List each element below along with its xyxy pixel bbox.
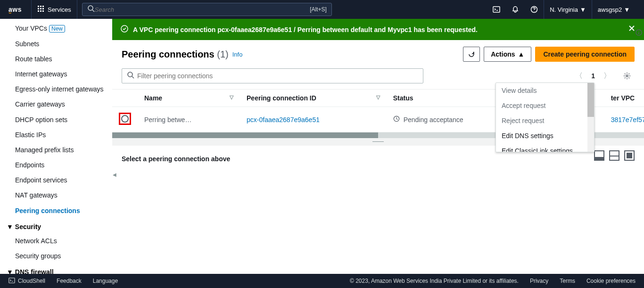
- aws-logo[interactable]: aws ⌣: [8, 5, 22, 14]
- layout-split-button[interactable]: [609, 150, 619, 161]
- close-banner-button[interactable]: [628, 25, 636, 34]
- table-settings-button[interactable]: [619, 68, 635, 83]
- sidebar-category-dns[interactable]: ▼ DNS firewall: [0, 263, 112, 274]
- sidebar-item[interactable]: DHCP option sets: [0, 112, 112, 127]
- dropdown-item: Accept request: [496, 98, 594, 113]
- dropdown-item: Reject request: [496, 113, 594, 128]
- svg-point-14: [128, 72, 132, 77]
- svg-rect-5: [42, 8, 44, 9]
- row-radio[interactable]: [121, 115, 129, 123]
- help-icon[interactable]: [525, 0, 544, 19]
- sidebar-item[interactable]: Carrier gateways: [0, 97, 112, 112]
- search-input[interactable]: [95, 6, 310, 13]
- svg-line-15: [132, 76, 134, 78]
- filter-input[interactable]: [137, 72, 418, 80]
- content-area: A VPC peering connection pcx-0faaea2687e…: [112, 19, 644, 274]
- svg-rect-0: [38, 6, 39, 7]
- page-title: Peering connections (1): [122, 49, 229, 60]
- dropdown-item[interactable]: Edit ClassicLink settings: [496, 143, 594, 152]
- details-panel: Select a peering connection above: [112, 146, 644, 274]
- svg-rect-11: [493, 7, 500, 12]
- sidebar-item[interactable]: Route tables: [0, 51, 112, 66]
- dropdown-item[interactable]: Edit DNS settings: [496, 128, 594, 143]
- caret-up-icon: ▲: [518, 50, 525, 58]
- dropdown-item: View details: [496, 83, 594, 98]
- region-selector[interactable]: N. Virginia ▼: [544, 0, 592, 19]
- global-search[interactable]: [Alt+S]: [82, 3, 332, 16]
- refresh-button[interactable]: [463, 47, 480, 62]
- sidebar-item[interactable]: Peering connections: [0, 203, 112, 218]
- top-navigation: aws ⌣ Services [Alt+S] N. Virginia ▼ aws…: [0, 0, 644, 19]
- terms-link[interactable]: Terms: [560, 278, 575, 284]
- success-banner: A VPC peering connection pcx-0faaea2687e…: [112, 19, 644, 40]
- details-message: Select a peering connection above: [122, 155, 635, 163]
- actions-label: Actions: [491, 50, 515, 58]
- sidebar-item[interactable]: Managed prefix lists: [0, 142, 112, 157]
- caret-down-icon: ▼: [580, 6, 586, 13]
- collapse-sidebar-caret[interactable]: ◀: [112, 170, 117, 179]
- sidebar-item[interactable]: NAT gateways: [0, 188, 112, 203]
- notifications-icon[interactable]: [506, 0, 525, 19]
- drag-handle-icon: [372, 141, 384, 143]
- user-label: awsgsp2: [598, 6, 622, 13]
- banner-text: A VPC peering connection pcx-0faaea2687e…: [133, 26, 623, 33]
- language-link[interactable]: Language: [93, 278, 118, 284]
- sidebar: Your VPCsNewSubnetsRoute tablesInternet …: [0, 19, 112, 274]
- svg-rect-6: [38, 10, 39, 12]
- search-hotkey: [Alt+S]: [310, 6, 327, 13]
- sidebar-item[interactable]: Your VPCsNew: [0, 21, 112, 36]
- peering-id-link[interactable]: pcx-0faaea2687e9a6e51: [247, 116, 320, 123]
- dropdown-scrollbar[interactable]: [587, 83, 594, 152]
- sidebar-category-security[interactable]: ▼ Security: [0, 218, 112, 233]
- info-panel-toggle[interactable]: [636, 0, 642, 274]
- svg-rect-8: [42, 10, 44, 12]
- region-label: N. Virginia: [550, 6, 578, 13]
- account-menu[interactable]: awsgsp2 ▼: [592, 0, 636, 19]
- svg-rect-19: [9, 278, 15, 283]
- search-icon: [87, 5, 95, 14]
- layout-full-button[interactable]: [624, 150, 635, 161]
- footer: CloudShell Feedback Language © 2023, Ama…: [0, 274, 644, 288]
- page-header: Peering connections (1) Info Actions ▲ C…: [112, 40, 644, 66]
- sidebar-item[interactable]: Security groups: [0, 248, 112, 263]
- svg-rect-3: [38, 8, 39, 9]
- sidebar-item[interactable]: Endpoints: [0, 157, 112, 173]
- col-peering-id[interactable]: Peering connection ID▽: [240, 90, 387, 107]
- actions-button[interactable]: Actions ▲: [484, 47, 531, 62]
- filter-input-wrapper[interactable]: [122, 68, 423, 83]
- feedback-link[interactable]: Feedback: [57, 278, 82, 284]
- cloudshell-footer-icon: [8, 277, 15, 285]
- cloudshell-icon[interactable]: [487, 0, 506, 19]
- svg-rect-1: [40, 6, 41, 7]
- sidebar-item[interactable]: Internet gateways: [0, 66, 112, 82]
- info-link[interactable]: Info: [232, 51, 243, 58]
- services-menu[interactable]: Services: [31, 0, 77, 19]
- actions-dropdown: View detailsAccept requestReject request…: [495, 82, 594, 152]
- grid-icon: [37, 5, 45, 14]
- sidebar-item[interactable]: Network ACLs: [0, 233, 112, 248]
- page-number: 1: [591, 72, 595, 80]
- cell-peering-id: pcx-0faaea2687e9a6e51: [240, 107, 387, 132]
- copyright: © 2023, Amazon Web Services India Privat…: [350, 278, 519, 284]
- sidebar-item[interactable]: Elastic IPs: [0, 127, 112, 142]
- clock-icon: [393, 116, 402, 123]
- caret-down-icon: ▼: [624, 6, 630, 13]
- create-peering-button[interactable]: Create peering connection: [535, 47, 635, 62]
- services-label: Services: [48, 6, 71, 13]
- prev-page-button[interactable]: 〈: [571, 68, 586, 83]
- svg-point-9: [88, 6, 93, 10]
- pagination: 〈 1 〉: [571, 68, 635, 83]
- sidebar-item[interactable]: Subnets: [0, 36, 112, 51]
- privacy-link[interactable]: Privacy: [530, 278, 548, 284]
- cookie-link[interactable]: Cookie preferences: [586, 278, 636, 284]
- col-name[interactable]: Name▽: [138, 90, 240, 107]
- svg-line-10: [92, 10, 94, 12]
- svg-rect-4: [40, 8, 41, 9]
- svg-rect-2: [42, 6, 44, 7]
- layout-bottom-button[interactable]: [594, 150, 604, 161]
- next-page-button[interactable]: 〉: [600, 68, 615, 83]
- sidebar-item[interactable]: Egress-only internet gateways: [0, 82, 112, 97]
- sidebar-item[interactable]: Endpoint services: [0, 173, 112, 188]
- cloudshell-link[interactable]: CloudShell: [18, 278, 45, 284]
- svg-point-16: [626, 75, 628, 77]
